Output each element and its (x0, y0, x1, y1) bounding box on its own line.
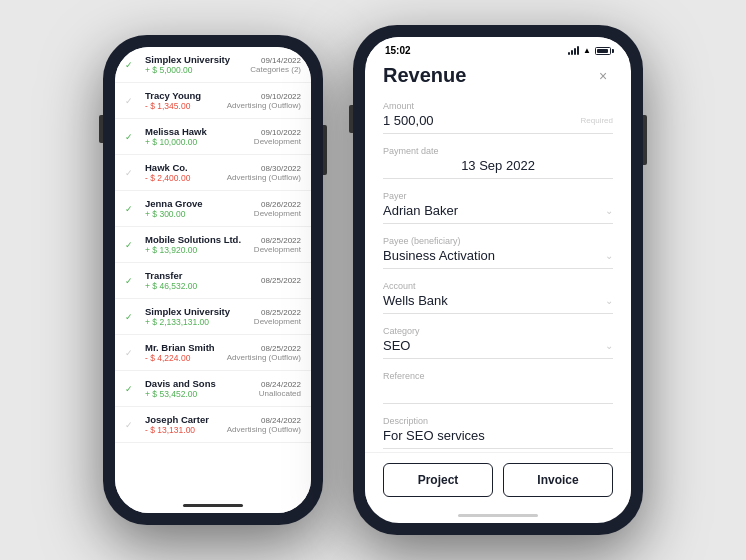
transaction-right: 08/25/2022 (261, 276, 301, 285)
field-value-payer: Adrian Baker⌄ (383, 203, 613, 224)
field-payment_date[interactable]: Payment date13 Sep 2022 (383, 146, 613, 179)
transaction-amount: - $ 2,400.00 (145, 173, 227, 183)
modal-title: Revenue (383, 64, 466, 87)
right-phone-screen: 15:02 ▲ Revenue × Amount1 5 (365, 37, 631, 523)
project-button[interactable]: Project (383, 463, 493, 497)
transaction-category: Advertising (Outflow) (227, 353, 301, 362)
transaction-category: Unallocated (259, 389, 301, 398)
transaction-amount: - $ 13,131.00 (145, 425, 227, 435)
check-icon: ✓ (125, 132, 139, 142)
field-value-amount: 1 500,00Required (383, 113, 613, 134)
transaction-info: Hawk Co.- $ 2,400.00 (145, 162, 227, 183)
wifi-icon: ▲ (583, 46, 591, 55)
transaction-date: 08/25/2022 (227, 344, 301, 353)
transaction-item: ✓Jenna Grove+ $ 300.0008/26/2022Developm… (115, 191, 311, 227)
transaction-name: Melissa Hawk (145, 126, 254, 137)
transaction-right: 08/24/2022Advertising (Outflow) (227, 416, 301, 434)
transaction-category: Advertising (Outflow) (227, 425, 301, 434)
field-category[interactable]: CategorySEO⌄ (383, 326, 613, 359)
chevron-down-icon: ⌄ (605, 205, 613, 216)
home-indicator-right (458, 514, 538, 517)
transaction-right: 09/14/2022Categories (2) (250, 56, 301, 74)
transaction-date: 08/25/2022 (261, 276, 301, 285)
transaction-right: 08/30/2022Advertising (Outflow) (227, 164, 301, 182)
transaction-item: ✓Mr. Brian Smith- $ 4,224.0008/25/2022Ad… (115, 335, 311, 371)
transaction-amount: + $ 46,532.00 (145, 281, 261, 291)
check-icon: ✓ (125, 204, 139, 214)
transaction-category: Categories (2) (250, 65, 301, 74)
field-description[interactable]: DescriptionFor SEO services (383, 416, 613, 449)
transaction-name: Tracy Young (145, 90, 227, 101)
revenue-modal: Revenue × Amount1 500,00RequiredPayment … (365, 60, 631, 514)
transaction-item: ✓Simplex University+ $ 2,133,131.0008/25… (115, 299, 311, 335)
transaction-info: Melissa Hawk+ $ 10,000.00 (145, 126, 254, 147)
field-label-amount: Amount (383, 101, 613, 111)
transaction-date: 09/10/2022 (254, 128, 301, 137)
transaction-amount: + $ 5,000.00 (145, 65, 250, 75)
check-icon: ✓ (125, 348, 139, 358)
left-phone: ✓Simplex University+ $ 5,000.0009/14/202… (103, 35, 323, 525)
transaction-item: ✓Davis and Sons+ $ 53,452.0008/24/2022Un… (115, 371, 311, 407)
close-button[interactable]: × (593, 66, 613, 86)
modal-footer: ProjectInvoice (365, 452, 631, 505)
transaction-date: 08/24/2022 (259, 380, 301, 389)
transaction-date: 08/25/2022 (254, 308, 301, 317)
field-reference[interactable]: Reference (383, 371, 613, 404)
transaction-item: ✓Transfer+ $ 46,532.0008/25/2022 (115, 263, 311, 299)
transaction-right: 08/24/2022Unallocated (259, 380, 301, 398)
transaction-info: Mobile Solutions Ltd.+ $ 13,920.00 (145, 234, 254, 255)
transaction-right: 08/25/2022Development (254, 236, 301, 254)
transaction-info: Mr. Brian Smith- $ 4,224.00 (145, 342, 227, 363)
transaction-amount: + $ 53,452.00 (145, 389, 259, 399)
transaction-name: Hawk Co. (145, 162, 227, 173)
transaction-date: 09/14/2022 (250, 56, 301, 65)
left-phone-screen: ✓Simplex University+ $ 5,000.0009/14/202… (115, 47, 311, 513)
transaction-date: 08/30/2022 (227, 164, 301, 173)
transaction-name: Joseph Carter (145, 414, 227, 425)
transaction-item: ✓Joseph Carter- $ 13,131.0008/24/2022Adv… (115, 407, 311, 443)
modal-header: Revenue × (383, 60, 613, 87)
chevron-down-icon: ⌄ (605, 250, 613, 261)
invoice-button[interactable]: Invoice (503, 463, 613, 497)
field-payer[interactable]: PayerAdrian Baker⌄ (383, 191, 613, 224)
chevron-down-icon: ⌄ (605, 295, 613, 306)
field-required-amount: Required (581, 116, 613, 125)
transaction-name: Jenna Grove (145, 198, 254, 209)
field-account[interactable]: AccountWells Bank⌄ (383, 281, 613, 314)
transaction-info: Tracy Young- $ 1,345.00 (145, 90, 227, 111)
field-payee[interactable]: Payee (beneficiary)Business Activation⌄ (383, 236, 613, 269)
field-value-description: For SEO services (383, 428, 613, 449)
transaction-info: Joseph Carter- $ 13,131.00 (145, 414, 227, 435)
transaction-name: Davis and Sons (145, 378, 259, 389)
transaction-category: Development (254, 137, 301, 146)
field-label-payee: Payee (beneficiary) (383, 236, 613, 246)
transaction-item: ✓Hawk Co.- $ 2,400.0008/30/2022Advertisi… (115, 155, 311, 191)
right-phone: 15:02 ▲ Revenue × Amount1 5 (353, 25, 643, 535)
transaction-date: 08/24/2022 (227, 416, 301, 425)
transaction-category: Development (254, 245, 301, 254)
transaction-item: ✓Tracy Young- $ 1,345.0009/10/2022Advert… (115, 83, 311, 119)
transaction-amount: + $ 10,000.00 (145, 137, 254, 147)
check-icon: ✓ (125, 312, 139, 322)
check-icon: ✓ (125, 276, 139, 286)
transaction-item: ✓Melissa Hawk+ $ 10,000.0009/10/2022Deve… (115, 119, 311, 155)
transaction-info: Simplex University+ $ 5,000.00 (145, 54, 250, 75)
transaction-date: 08/26/2022 (254, 200, 301, 209)
signal-icon (568, 46, 579, 55)
transaction-name: Simplex University (145, 306, 254, 317)
fields-container: Amount1 500,00RequiredPayment date13 Sep… (383, 101, 613, 449)
transaction-info: Simplex University+ $ 2,133,131.00 (145, 306, 254, 327)
transaction-category: Development (254, 317, 301, 326)
check-icon: ✓ (125, 384, 139, 394)
field-value-category: SEO⌄ (383, 338, 613, 359)
transaction-name: Mobile Solutions Ltd. (145, 234, 254, 245)
battery-icon (595, 47, 611, 55)
transaction-category: Advertising (Outflow) (227, 101, 301, 110)
status-time: 15:02 (385, 45, 411, 56)
transaction-info: Jenna Grove+ $ 300.00 (145, 198, 254, 219)
transaction-date: 08/25/2022 (254, 236, 301, 245)
transaction-amount: + $ 2,133,131.00 (145, 317, 254, 327)
transaction-list: ✓Simplex University+ $ 5,000.0009/14/202… (115, 47, 311, 513)
field-amount[interactable]: Amount1 500,00Required (383, 101, 613, 134)
field-value-reference (383, 383, 613, 404)
